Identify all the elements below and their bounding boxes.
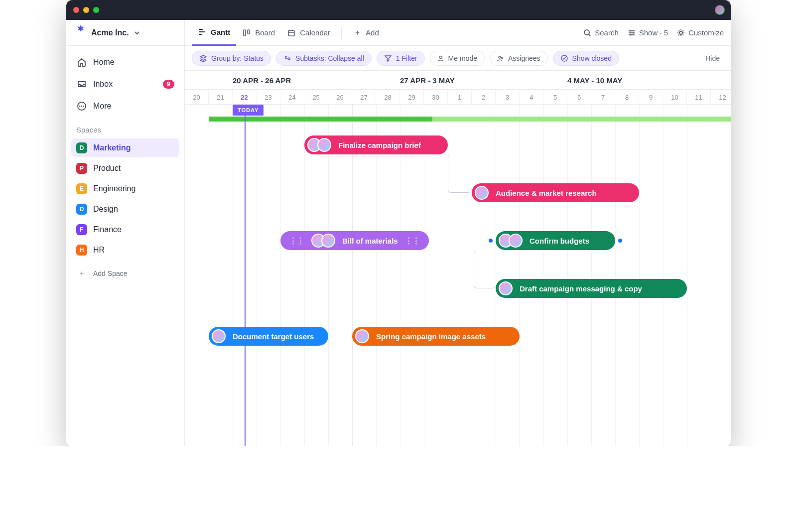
avatar [212,329,226,343]
day-cell: 7 [591,90,615,105]
today-flag: TODAY [233,105,264,116]
day-cell: 22 [233,90,257,105]
tab-label: Board [255,28,275,37]
today-line [245,105,246,446]
space-label: Marketing [93,143,131,152]
space-marketing[interactable]: DMarketing [71,138,179,157]
day-cell: 30 [424,90,448,105]
week-label: 4 MAY - 10 MAY [567,71,622,90]
nav-label: Inbox [93,80,113,89]
tab-label: Calendar [300,28,330,37]
day-cell: 27 [352,90,376,105]
svg-point-1 [79,106,80,107]
day-cell: 26 [328,90,352,105]
space-design[interactable]: DDesign [71,200,179,219]
task-bar[interactable]: Spring campaign image assets [352,327,520,346]
day-cell: 23 [257,90,280,105]
hide-toolbar-button[interactable]: Hide [701,54,724,62]
space-label: HR [93,246,105,255]
show-button[interactable]: Show · 5 [628,28,668,37]
day-cell: 10 [663,90,687,105]
day-cell: 1 [448,90,472,105]
chevron-down-icon [134,30,140,36]
workspace-switcher[interactable]: Acme Inc. [66,20,184,46]
nav-home[interactable]: Home [71,53,179,72]
nav-label: More [93,102,111,111]
space-chip: E [76,183,87,194]
task-bar[interactable]: Finalize campaign brief [304,135,448,154]
day-cell: 28 [376,90,400,105]
spaces-heading: Spaces [66,119,184,137]
add-space-button[interactable]: ＋ Add Space [71,264,179,283]
svg-rect-4 [244,30,246,36]
gantt-chart[interactable]: 20 APR - 26 APR27 APR - 3 MAY4 MAY - 10 … [185,71,731,446]
task-bar[interactable]: Document target users [209,327,328,346]
maximize-window[interactable] [93,7,99,13]
tab-calendar[interactable]: Calendar [281,20,336,46]
nav-inbox[interactable]: Inbox9 [71,75,179,94]
tab-gantt[interactable]: Gantt [192,20,236,46]
search-button[interactable]: Search [583,28,619,37]
avatar [317,138,331,152]
space-chip: D [76,204,87,215]
task-label: Audience & market research [496,189,597,197]
day-cell: 5 [543,90,567,105]
space-label: Design [93,205,118,214]
avatar [499,281,513,295]
space-chip: P [76,163,87,174]
person-icon [437,55,444,62]
day-cell: 6 [567,90,591,105]
space-engineering[interactable]: EEngineering [71,179,179,198]
search-icon [583,29,591,37]
task-bar[interactable]: Confirm budgets [496,231,615,250]
nav-more[interactable]: More [71,97,179,116]
drag-handle-icon[interactable]: ⋮⋮ [403,236,422,245]
plus-icon: ＋ [353,28,362,37]
avatar [321,234,335,248]
people-icon [497,55,504,62]
dependency-handle[interactable] [618,239,622,243]
space-product[interactable]: PProduct [71,159,179,178]
assignees-pill[interactable]: Assignees [490,51,548,66]
me-mode-pill[interactable]: Me mode [430,51,485,66]
show-closed-pill[interactable]: Show closed [553,51,619,66]
drag-handle-icon[interactable]: ⋮⋮ [287,236,306,245]
space-label: Engineering [93,184,135,193]
customize-button[interactable]: Customize [677,28,724,37]
svg-point-9 [632,32,634,33]
add-space-label: Add Space [93,269,128,277]
space-chip: H [76,245,87,256]
week-label: 27 APR - 3 MAY [400,71,455,90]
calendar-icon [287,28,296,37]
filter-pill[interactable]: 1 Filter [377,51,425,66]
svg-rect-6 [288,30,294,36]
task-bar[interactable]: ⋮⋮Bill of materials⋮⋮ [280,231,429,250]
space-chip: F [76,224,87,235]
day-cell: 11 [687,90,711,105]
close-window[interactable] [73,7,79,13]
gear-icon [677,29,685,37]
day-cell: 4 [520,90,543,105]
filter-toolbar: Group by: Status Subtasks: Collapse all … [185,46,731,71]
space-hr[interactable]: HHR [71,241,179,260]
svg-point-2 [81,106,82,107]
svg-point-13 [439,56,442,58]
day-cell: 9 [639,90,663,105]
svg-point-12 [288,58,290,60]
space-chip: D [76,142,87,153]
svg-rect-5 [248,30,250,34]
space-finance[interactable]: FFinance [71,220,179,239]
dependency-handle[interactable] [489,239,493,243]
task-bar[interactable]: Audience & market research [472,183,639,202]
minimize-window[interactable] [83,7,89,13]
day-cell: 24 [280,90,304,105]
dependency-line [448,154,472,193]
task-bar[interactable]: Draft campaign messaging & copy [496,279,687,298]
tab-board[interactable]: Board [236,20,281,46]
subtasks-pill[interactable]: Subtasks: Collapse all [276,51,372,66]
profile-avatar[interactable] [715,5,725,15]
add-view-button[interactable]: ＋ Add [347,20,385,46]
group-by-pill[interactable]: Group by: Status [192,51,271,66]
day-cell: 29 [400,90,424,105]
app-logo-icon [75,27,86,38]
